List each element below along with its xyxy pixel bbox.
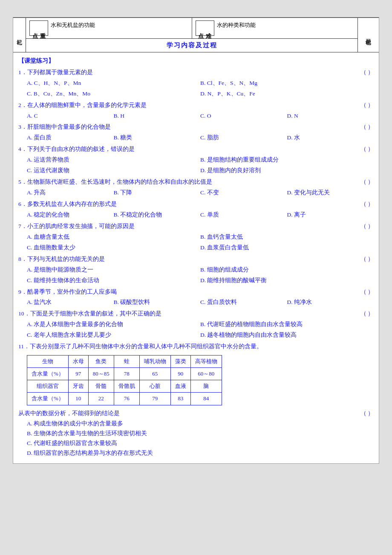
q7-options1: A. 血糖含量太低 B. 血钙含量太低	[27, 232, 374, 242]
q6-line: 6．多数无机盐在人体内存在的形式是 （ ）	[18, 199, 374, 209]
q5-optB: B. 下降	[114, 188, 201, 198]
question-4: 4．下列关于自由水的功能的叙述，错误的是 （ ） A. 运送营养物质 B. 是细…	[18, 145, 374, 176]
table-cell-nao: 脑	[190, 380, 222, 393]
q4-optB: B. 是细胞结构的重要组成成分	[200, 155, 374, 165]
q8-options1: A. 是细胞中能源物质之一 B. 细胞的组成成分	[27, 265, 374, 275]
table-cell-hsl1: 含水量（%）	[27, 368, 69, 380]
q8-options2: C. 能维持生物体的生命活动 D. 能维持细胞的酸碱平衡	[27, 276, 374, 286]
q4-line: 4．下列关于自由水的功能的叙述，错误的是 （ ）	[18, 145, 374, 154]
q3-text: 3．肝脏细胞中含量最多的化合物是	[18, 122, 111, 132]
q2-text: 2．在人体的细胞鲜重中，含量最多的化学元素是	[18, 101, 147, 110]
zhongdian-label: 重点	[29, 20, 48, 36]
q5-optC: C. 不变	[200, 188, 287, 198]
classroom-title: 【课堂练习】	[18, 56, 374, 66]
q1-optB: B. Cl、Fe、S、N、Mg	[200, 78, 374, 88]
q5-options: A. 升高 B. 下降 C. 不变 D. 变化与此无关	[27, 188, 374, 198]
q11-optB: B. 生物体的含水量与生物的生活环境密切相关	[27, 429, 374, 439]
question-1: 1．下列都属于微量元素的是 （ ） A. C、H、N、P、Mn B. Cl、Fe…	[18, 68, 374, 99]
question-7: 7．小王的肌肉经常发生抽搐，可能的原因是 （ ） A. 血糖含量太低 B. 血钙…	[18, 222, 374, 253]
table-row-shuiliang2: 含水量（%） 10 22 76 79 83 84	[27, 393, 222, 405]
table-cell-zaolei: 藻类	[170, 356, 190, 368]
q7-text: 7．小王的肌肉经常发生抽搐，可能的原因是	[18, 222, 135, 231]
q3-line: 3．肝脏细胞中含量最多的化合物是 （ ）	[18, 122, 374, 132]
q4-optC: C. 运送代谢废物	[27, 166, 200, 176]
header-inner: 重点 水和无机盐的功能 难点 水的种类和功能 学习内容及过程	[26, 18, 357, 52]
q11-optC: C. 代谢旺盛的组织器官含水量较高	[27, 439, 374, 448]
q3-options: A. 蛋白质 B. 糖类 C. 脂肪 D. 水	[27, 133, 374, 143]
q3-optA: A. 蛋白质	[27, 133, 114, 143]
q5-line: 5．生物新陈代谢旺盛、生长迅速时，生物体内的结合水和自由水的比值是 （ ）	[18, 177, 374, 187]
q4-options2: C. 运送代谢废物 D. 是细胞内的良好溶剂	[27, 166, 374, 176]
table-cell-79: 79	[139, 393, 170, 405]
q4-text: 4．下列关于自由水的功能的叙述，错误的是	[18, 145, 135, 154]
table-cell-gaodeng: 高等植物	[190, 356, 222, 368]
q9-optA: A. 盐汽水	[27, 298, 114, 307]
q11-bracket: （ ）	[360, 409, 374, 419]
q8-optB: B. 细胞的组成成分	[200, 265, 374, 275]
q3-bracket: （ ）	[360, 122, 374, 132]
q1-options2: C. B、Cu、Zn、Mn、Mo D. N、P、K、Cu、Fe	[27, 89, 374, 99]
zhongdian-content: 水和无机盐的功能	[51, 20, 95, 29]
table-cell-84: 84	[190, 393, 222, 405]
question-2: 2．在人体的细胞鲜重中，含量最多的化学元素是 （ ） A. C B. H C. …	[18, 101, 374, 121]
q7-line: 7．小王的肌肉经常发生抽搐，可能的原因是 （ ）	[18, 222, 374, 231]
q6-optA: A. 稳定的化合物	[27, 210, 114, 220]
zhongdian-section: 重点 水和无机盐的功能	[26, 18, 192, 38]
q2-optB: B. H	[114, 111, 201, 121]
q3-optD: D. 水	[287, 133, 374, 143]
q5-text: 5．生物新陈代谢旺盛、生长迅速时，生物体内的结合水和自由水的比值是	[18, 177, 212, 187]
q7-options2: C. 血细胞数量太少 D. 血浆蛋白含量低	[27, 243, 374, 253]
nandian-label: 难点	[196, 20, 214, 36]
q5-optD: D. 变化与此无关	[287, 188, 374, 198]
q9-optD: D. 纯净水	[287, 298, 374, 307]
q7-optD: D. 血浆蛋白含量低	[200, 243, 374, 253]
q1-optA: A. C、H、N、P、Mn	[27, 78, 200, 88]
q3-optB: B. 糖类	[114, 133, 201, 143]
table-cell-hsl2: 含水量（%）	[27, 393, 69, 405]
q5-bracket: （ ）	[360, 177, 374, 187]
table-cell-wa: 蛙	[114, 356, 139, 368]
q9-line: 9．酷暑季节，室外作业的工人应多喝 （ ）	[18, 287, 374, 297]
q2-optD: D. N	[287, 111, 374, 121]
table-cell-78: 78	[114, 368, 139, 380]
table-cell-yachi: 牙齿	[68, 380, 88, 393]
q8-line: 8．下列与无机盐的功能无关的是 （ ）	[18, 254, 374, 264]
question-11: 11．下表分别显示了几种不同生物体中水分的含量和人体中几种不同组织器官中水分的含…	[18, 342, 374, 458]
q11-conclusion-text: 从表中的数据分析，不能得到的结论是	[18, 409, 120, 419]
q6-text: 6．多数无机盐在人体内存在的形式是	[18, 199, 117, 209]
q1-line: 1．下列都属于微量元素的是 （ ）	[18, 68, 374, 78]
content-area: 【课堂练习】 1．下列都属于微量元素的是 （ ） A. C、H、N、P、Mn B…	[13, 52, 379, 463]
q10-optB: B. 代谢旺盛的植物细胞自由水含量较高	[200, 320, 374, 330]
q10-line: 10．下面是关于细胞中水含量的叙述，其中不正确的是 （ ）	[18, 309, 374, 319]
q6-optB: B. 不稳定的化合物	[114, 210, 201, 220]
table-cell-shuimu: 水母	[68, 356, 88, 368]
q10-optD: D. 越冬植物的细胞内自由水含量较高	[200, 330, 374, 340]
q7-bracket: （ ）	[360, 222, 374, 231]
q1-options: A. C、H、N、P、Mn B. Cl、Fe、S、N、Mg	[27, 78, 374, 88]
q9-optC: C. 蛋白质饮料	[200, 298, 287, 307]
q2-bracket: （ ）	[360, 101, 374, 110]
table-row-organ: 组织器官 牙齿 骨髓 骨骼肌 心脏 血液 脑	[27, 380, 222, 393]
q4-bracket: （ ）	[360, 145, 374, 154]
question-10: 10．下面是关于细胞中水含量的叙述，其中不正确的是 （ ） A. 水是人体细胞中…	[18, 309, 374, 340]
table-cell-8085: 80～85	[88, 368, 114, 380]
table-cell-65: 65	[139, 368, 170, 380]
q8-optD: D. 能维持细胞的酸碱平衡	[200, 276, 374, 286]
q3-optC: C. 脂肪	[200, 133, 287, 143]
q2-optC: C. O	[200, 111, 287, 121]
q10-bracket: （ ）	[360, 309, 374, 319]
page: 札记 重点 水和无机盐的功能 难点 水的种类和功能 学习内容及过程 学习札记 【…	[13, 17, 379, 464]
table-cell-22: 22	[88, 393, 114, 405]
table-cell-yulei: 鱼类	[88, 356, 114, 368]
q6-options: A. 稳定的化合物 B. 不稳定的化合物 C. 单质 D. 离子	[27, 210, 374, 220]
q11-optA: A. 构成生物体的成分中水的含量最多	[27, 419, 374, 429]
nandian-content: 水的种类和功能	[217, 20, 256, 29]
q1-optD: D. N、P、K、Cu、Fe	[200, 89, 374, 99]
q8-optC: C. 能维持生物体的生命活动	[27, 276, 200, 286]
left-label: 札记	[13, 18, 26, 52]
q8-bracket: （ ）	[360, 254, 374, 264]
q6-optC: C. 单质	[200, 210, 287, 220]
q2-optA: A. C	[27, 111, 114, 121]
table-cell-76: 76	[114, 393, 139, 405]
table-cell-xinzang: 心脏	[139, 380, 170, 393]
